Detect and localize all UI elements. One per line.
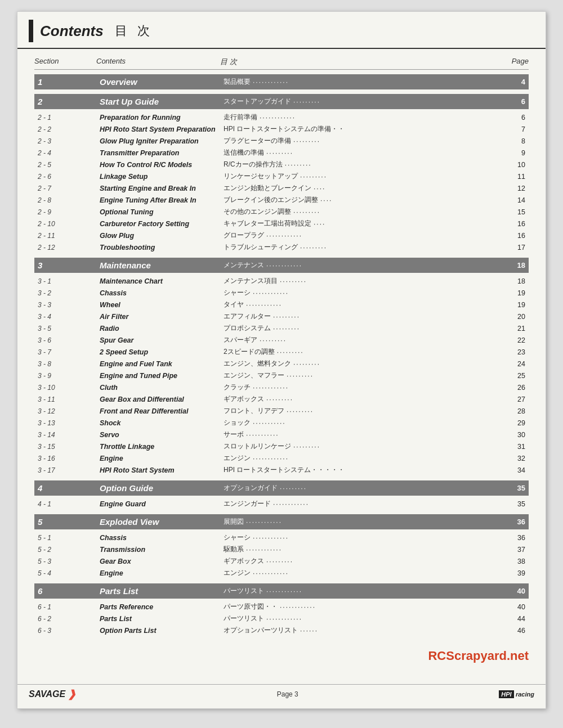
header-title-jp: 目 次 xyxy=(115,23,153,39)
row-jp: エンジン、マフラー ········· xyxy=(224,371,491,380)
table-row: 2 - 10Carburetor Factory Settingキャブレター工場… xyxy=(34,218,529,230)
row-section-num: 6 - 3 xyxy=(38,627,100,635)
table-row: 3 - 5Radioプロポシステム ·········21 xyxy=(34,322,529,334)
row-section-num: 3 - 3 xyxy=(38,301,100,309)
row-jp: トラブルシューティング ········· xyxy=(224,242,491,252)
row-jp: ブレークイン後のエンジン調整 ···· xyxy=(224,195,491,205)
row-page-num: 19 xyxy=(491,289,525,297)
row-title: Starting Engine and Break In xyxy=(100,185,224,192)
row-title: Engine and Tuned Pipe xyxy=(100,372,224,380)
row-title: Gear Box and Differential xyxy=(100,396,224,403)
col-contents: Contents xyxy=(96,57,220,67)
table-row: 3 - 1Maintenance Chartメンテナンス項目 ·········… xyxy=(34,275,529,287)
watermark: RCScrapyard.net xyxy=(428,649,529,663)
row-title: Engine xyxy=(100,455,224,462)
row-jp: HPI ロートスタートシステムの準備・・ xyxy=(224,124,491,134)
section-title: Parts List xyxy=(100,586,224,596)
section-number: 3 xyxy=(38,260,100,270)
table-row: 2 - 12Troubleshootingトラブルシューティング ·······… xyxy=(34,241,529,253)
table-row: 2 - 7Starting Engine and Break Inエンジン始動と… xyxy=(34,182,529,194)
row-page-num: 17 xyxy=(491,244,525,251)
row-page-num: 36 xyxy=(491,534,525,542)
row-title: Engine xyxy=(100,569,224,577)
table-row: 3 - 3Wheelタイヤ ············19 xyxy=(34,299,529,311)
row-jp: メンテナンス項目 ········· xyxy=(224,276,491,286)
row-page-num: 35 xyxy=(491,500,525,508)
row-section-num: 3 - 8 xyxy=(38,360,100,368)
section-title: Overview xyxy=(100,77,224,87)
table-row: 3 - 17HPI Roto Start SystemHPI ロートスタートシス… xyxy=(34,464,529,476)
section-page-num: 4 xyxy=(491,78,525,86)
row-page-num: 46 xyxy=(491,627,525,635)
row-title: Preparation for Running xyxy=(100,114,224,122)
table-row: 5 - 2Transmission駆動系 ············37 xyxy=(34,543,529,555)
row-jp: R/Cカーの操作方法 ········· xyxy=(224,160,491,169)
section-number: 5 xyxy=(38,517,100,527)
row-section-num: 2 - 3 xyxy=(38,137,100,145)
row-title: Front and Rear Differential xyxy=(100,407,224,415)
row-title: Glow Plug xyxy=(100,232,224,240)
row-jp: 駆動系 ············ xyxy=(224,545,491,554)
section-page-num: 35 xyxy=(491,484,525,492)
row-jp: HPI ロートスタートシステム・・・・・ xyxy=(224,465,491,475)
page-footer: SAVAGE ❱ Page 3 HPI racing xyxy=(17,684,546,700)
table-row: 2 - 4Transmitter Preparation送信機の準備 ·····… xyxy=(34,147,529,159)
section-jp-title: 展開図 ············ xyxy=(224,517,491,527)
row-jp: 送信機の準備 ········· xyxy=(224,148,491,158)
row-section-num: 5 - 3 xyxy=(38,558,100,565)
row-jp: タイヤ ············ xyxy=(224,300,491,309)
row-section-num: 5 - 4 xyxy=(38,569,100,577)
row-title: Optional Tuning xyxy=(100,208,224,216)
section-header-3: 3Maintenanceメンテナンス ············18 xyxy=(34,258,529,273)
row-page-num: 15 xyxy=(491,208,525,216)
row-jp: スパーギア ········· xyxy=(224,335,491,345)
row-section-num: 5 - 2 xyxy=(38,546,100,554)
column-headers: Section Contents 目 次 Page xyxy=(34,55,529,70)
row-section-num: 2 - 2 xyxy=(38,125,100,133)
row-title: Cluth xyxy=(100,384,224,392)
row-title: Troubleshooting xyxy=(100,244,224,251)
row-page-num: 38 xyxy=(491,558,525,565)
row-title: Parts List xyxy=(100,615,224,623)
row-page-num: 37 xyxy=(491,546,525,554)
row-section-num: 3 - 11 xyxy=(38,396,100,403)
row-title: Spur Gear xyxy=(100,336,224,344)
row-jp: シャーシ ············ xyxy=(224,288,491,298)
row-title: Glow Plug Igniter Preparation xyxy=(100,137,224,145)
row-section-num: 2 - 10 xyxy=(38,220,100,228)
row-page-num: 23 xyxy=(491,348,525,356)
table-row: 2 - 2HPI Roto Start System PreparationHP… xyxy=(34,123,529,135)
row-jp: エンジン、燃料タンク ········· xyxy=(224,359,491,369)
row-page-num: 31 xyxy=(491,443,525,451)
row-title: Shock xyxy=(100,419,224,427)
row-jp: グロープラグ ············ xyxy=(224,231,491,240)
row-section-num: 3 - 5 xyxy=(38,325,100,332)
section-title: Maintenance xyxy=(100,260,224,270)
row-page-num: 44 xyxy=(491,615,525,623)
row-title: Throttle Linkage xyxy=(100,443,224,451)
row-title: Engine and Fuel Tank xyxy=(100,360,224,368)
row-page-num: 12 xyxy=(491,185,525,192)
row-jp: パーツリスト ············ xyxy=(224,614,491,623)
section-number: 6 xyxy=(38,586,100,596)
row-jp: オプションパーツリスト ······ xyxy=(224,626,491,635)
row-title: Transmitter Preparation xyxy=(100,149,224,157)
row-title: Option Parts List xyxy=(100,627,224,635)
row-jp: サーボ ··········· xyxy=(224,430,491,439)
toc-container: 1Overview製品概要 ············42Start Up Gui… xyxy=(34,74,529,636)
table-row: 2 - 11Glow Plugグロープラグ ············16 xyxy=(34,230,529,241)
table-row: 3 - 8Engine and Fuel Tankエンジン、燃料タンク ····… xyxy=(34,358,529,370)
section-jp-title: パーツリスト ············ xyxy=(224,586,491,596)
racing-text: racing xyxy=(516,691,534,698)
row-section-num: 3 - 15 xyxy=(38,443,100,451)
brand-name: SAVAGE xyxy=(29,689,65,699)
table-row: 2 - 6Linkage Setupリンケージセットアップ ·········1… xyxy=(34,170,529,182)
row-title: Engine Guard xyxy=(100,500,224,508)
row-page-num: 40 xyxy=(491,603,525,611)
row-page-num: 6 xyxy=(491,114,525,122)
row-page-num: 30 xyxy=(491,431,525,439)
table-row: 2 - 5How To Control R/C ModelsR/Cカーの操作方法… xyxy=(34,159,529,170)
section-number: 4 xyxy=(38,483,100,493)
row-page-num: 19 xyxy=(491,301,525,309)
table-row: 4 - 1Engine Guardエンジンガード ············35 xyxy=(34,498,529,510)
